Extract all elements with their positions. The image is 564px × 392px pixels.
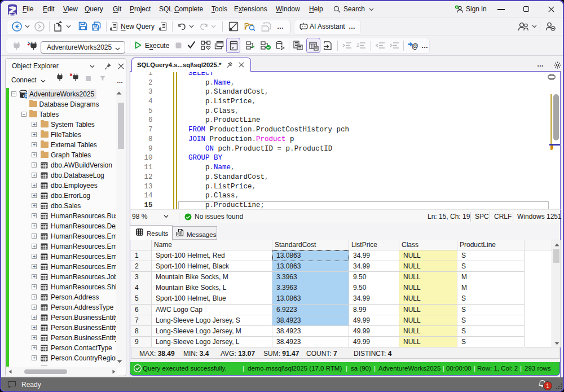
svg-text:2: 2 — [356, 42, 359, 48]
svg-text:@: @ — [412, 42, 418, 50]
